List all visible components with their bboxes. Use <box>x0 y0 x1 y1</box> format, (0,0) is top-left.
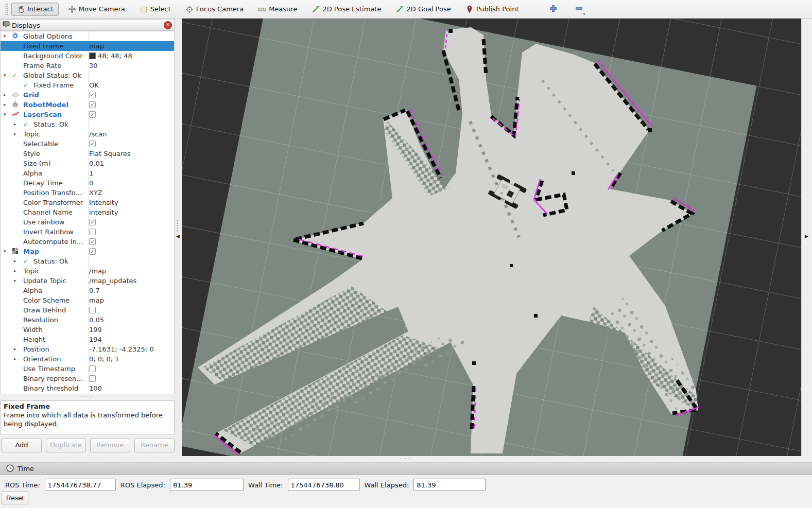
tree-row-status-ok[interactable]: ▸✓Status: Ok <box>1 119 174 129</box>
property-value[interactable]: Flat Squares <box>89 149 131 159</box>
tree-row-alpha[interactable]: Alpha1 <box>1 168 174 178</box>
checkbox-checked[interactable]: ✓ <box>89 238 96 245</box>
checkbox-checked[interactable]: ✓ <box>89 141 96 147</box>
tree-row-decay-time[interactable]: Decay Time0 <box>1 178 174 188</box>
tree-row-channel-name[interactable]: Channel Nameintensity <box>1 207 174 217</box>
tool-publish-point[interactable]: Publish Point <box>460 3 524 16</box>
property-value[interactable]: /map_updates <box>89 276 136 286</box>
property-value[interactable]: 199 <box>89 325 102 335</box>
tree-row-update-topic[interactable]: ▸Update Topic/map_updates <box>1 276 174 286</box>
tree-row-binary-threshold[interactable]: Binary threshold100 <box>1 383 174 393</box>
expander-down-icon[interactable]: ▾ <box>4 71 6 80</box>
tree-splitter-handle[interactable]: ····· <box>0 395 175 399</box>
checkbox-unchecked[interactable] <box>89 229 96 235</box>
expander-down-icon[interactable]: ▾ <box>4 110 6 119</box>
tool-measure[interactable]: Measure <box>253 3 302 16</box>
expander-right-icon[interactable]: ▸ <box>14 354 16 364</box>
property-value[interactable]: 0.7 <box>89 286 100 295</box>
expander-right-icon[interactable]: ▸ <box>4 90 6 100</box>
tree-row-color-transformer[interactable]: Color TransformerIntensity <box>1 198 174 207</box>
tree-row-width[interactable]: Width199 <box>1 325 174 335</box>
expander-down-icon[interactable]: ▾ <box>4 31 6 41</box>
property-value[interactable]: map <box>89 41 104 51</box>
time-splitter-handle[interactable]: ····· <box>0 456 812 462</box>
checkbox-unchecked[interactable] <box>89 307 96 313</box>
checkbox-checked[interactable]: ✓ <box>89 92 96 98</box>
tree-row-fixed-frame[interactable]: Fixed Framemap <box>1 41 174 51</box>
tree-row-global-options[interactable]: ▾Global Options <box>1 31 174 41</box>
tree-row-robotmodel[interactable]: ▸RobotModel✓ <box>1 100 174 110</box>
ros-time-input[interactable] <box>45 479 116 491</box>
tree-row-use-timestamp[interactable]: Use Timestamp <box>1 364 174 374</box>
tool-interact[interactable]: Interact <box>11 3 59 16</box>
duplicate-button[interactable]: Duplicate <box>46 439 86 452</box>
property-value[interactable]: 194 <box>89 335 102 344</box>
tool-2d-goal-pose[interactable]: 2D Goal Pose <box>390 3 456 16</box>
tree-row-use-rainbow[interactable]: Use rainbow✓ <box>1 217 174 227</box>
tree-row-status-ok[interactable]: ▸✓Status: Ok <box>1 256 174 266</box>
tree-row-size-m[interactable]: Size (m)0.01 <box>1 159 174 168</box>
ros-elapsed-input[interactable] <box>170 479 244 491</box>
rename-button[interactable]: Rename <box>134 439 175 452</box>
expander-right-icon[interactable]: ▸ <box>14 344 16 354</box>
tree-row-color-scheme[interactable]: Color Schememap <box>1 295 174 305</box>
property-value[interactable]: 30 <box>89 61 98 71</box>
checkbox-checked[interactable]: ✓ <box>89 219 96 225</box>
checkbox-checked[interactable]: ✓ <box>89 111 96 118</box>
tree-row-map[interactable]: ▾Map✓ <box>1 247 174 256</box>
tree-row-frame-rate[interactable]: Frame Rate30 <box>1 61 174 71</box>
dropdown-arrow-icon[interactable]: ▾ <box>583 12 585 16</box>
property-value[interactable]: map <box>89 295 104 305</box>
checkbox-unchecked[interactable] <box>89 365 96 372</box>
tree-row-draw-behind[interactable]: Draw Behind <box>1 305 174 315</box>
property-value[interactable]: intensity <box>89 207 118 217</box>
property-value[interactable]: 1 <box>89 168 93 178</box>
tree-row-topic[interactable]: ▸Topic/scan <box>1 129 174 139</box>
wall-time-input[interactable] <box>288 479 360 491</box>
tree-row-topic[interactable]: ▸Topic/map <box>1 266 174 276</box>
property-value[interactable]: 0.01 <box>89 159 104 168</box>
expander-right-icon[interactable]: ▸ <box>14 256 16 266</box>
toolbar-drag-handle[interactable] <box>5 3 8 15</box>
tool-select[interactable]: Select <box>134 3 176 16</box>
collapse-left-arrow-icon[interactable]: ◀ <box>176 234 180 239</box>
3d-viewport[interactable] <box>182 19 801 456</box>
tree-row-binary-represen[interactable]: Binary represen... <box>1 374 174 383</box>
tree-row-resolution[interactable]: Resolution0.05 <box>1 315 174 325</box>
tool-2d-pose-estimate[interactable]: 2D Pose Estimate <box>306 3 386 16</box>
expander-right-icon[interactable]: ▸ <box>14 276 16 286</box>
tree-row-fixed-frame[interactable]: ✓Fixed FrameOK <box>1 80 174 90</box>
property-value[interactable]: 0; 0; 0; 1 <box>89 354 119 364</box>
tree-row-selectable[interactable]: Selectable✓ <box>1 139 174 149</box>
tree-row-style[interactable]: StyleFlat Squares <box>1 149 174 159</box>
tree-row-laserscan[interactable]: ▾LaserScan✓ <box>1 110 174 119</box>
property-value[interactable]: /map <box>89 266 106 276</box>
tree-row-autocompute-in[interactable]: Autocompute In...✓ <box>1 237 174 247</box>
tool-move-camera[interactable]: Move Camera <box>63 3 130 16</box>
expander-down-icon[interactable]: ▾ <box>4 247 6 256</box>
time-panel-header[interactable]: Time <box>0 462 812 475</box>
property-value[interactable]: /scan <box>89 129 107 139</box>
remove-button[interactable]: Remove <box>90 439 130 452</box>
expander-right-icon[interactable]: ▸ <box>14 129 16 139</box>
displays-titlebar[interactable]: Displays ✕ <box>0 20 175 31</box>
wall-elapsed-input[interactable] <box>413 479 486 491</box>
right-panel-splitter[interactable]: ▶ <box>801 19 812 456</box>
property-value[interactable]: 0 <box>89 178 93 188</box>
left-panel-splitter[interactable]: ◀ <box>175 19 182 456</box>
checkbox-checked[interactable]: ✓ <box>89 101 96 108</box>
add-button[interactable]: Add <box>2 439 42 452</box>
reset-button[interactable]: Reset <box>2 491 28 504</box>
expand-right-arrow-icon[interactable]: ▶ <box>805 234 808 239</box>
tree-row-position[interactable]: ▸Position-7.1631; -4.2325; 0 <box>1 344 174 354</box>
tree-row-invert-rainbow[interactable]: Invert Rainbow <box>1 227 174 237</box>
property-value[interactable]: 0.05 <box>89 315 104 325</box>
tree-row-grid[interactable]: ▸Grid✓ <box>1 90 174 100</box>
property-value[interactable]: -7.1631; -4.2325; 0 <box>89 344 154 354</box>
close-icon[interactable]: ✕ <box>164 21 172 29</box>
property-value[interactable]: XYZ <box>89 188 102 198</box>
expander-right-icon[interactable]: ▸ <box>4 100 6 110</box>
expander-right-icon[interactable]: ▸ <box>14 266 16 276</box>
property-value[interactable]: OK <box>89 80 99 90</box>
expander-right-icon[interactable]: ▸ <box>14 119 16 129</box>
